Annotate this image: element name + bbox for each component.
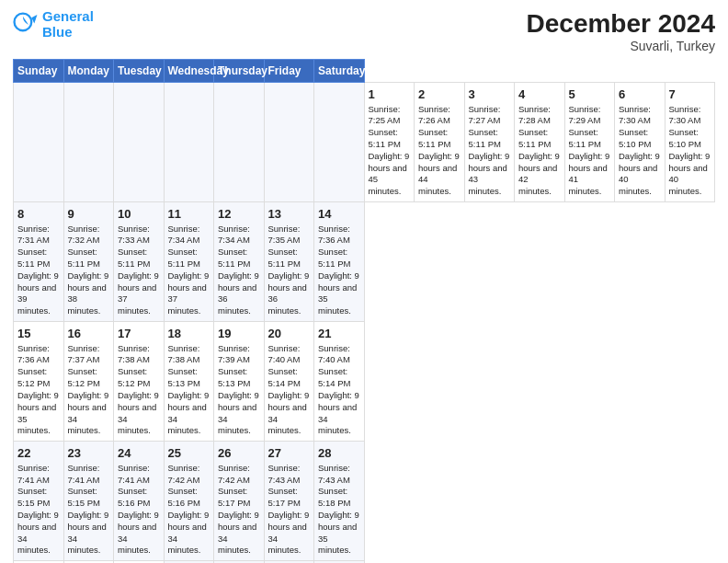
- day-number: 9: [68, 206, 110, 223]
- sunrise-text: Sunrise: 7:38 AM: [168, 343, 200, 365]
- calendar-cell: 13Sunrise: 7:35 AMSunset: 5:11 PMDayligh…: [264, 202, 314, 322]
- day-number: 25: [168, 445, 210, 462]
- sunset-text: Sunset: 5:11 PM: [369, 127, 401, 149]
- sunset-text: Sunset: 5:18 PM: [318, 486, 350, 508]
- day-number: 6: [619, 86, 661, 103]
- day-number: 14: [318, 206, 360, 223]
- calendar-cell: 9Sunrise: 7:32 AMSunset: 5:11 PMDaylight…: [63, 202, 114, 322]
- daylight-text: Daylight: 9 hours and 35 minutes.: [318, 270, 359, 316]
- calendar-week-1: 1Sunrise: 7:25 AMSunset: 5:11 PMDaylight…: [14, 83, 715, 202]
- calendar-cell: 26Sunrise: 7:42 AMSunset: 5:17 PMDayligh…: [214, 442, 265, 561]
- sunset-text: Sunset: 5:11 PM: [518, 127, 551, 149]
- daylight-text: Daylight: 9 hours and 37 minutes.: [118, 270, 159, 316]
- sunrise-text: Sunrise: 7:29 AM: [569, 104, 601, 126]
- sunset-text: Sunset: 5:11 PM: [469, 127, 501, 149]
- sunrise-text: Sunrise: 7:33 AM: [118, 224, 150, 246]
- sunrise-text: Sunrise: 7:28 AM: [518, 104, 551, 126]
- sunset-text: Sunset: 5:16 PM: [118, 486, 150, 508]
- calendar-cell: 5Sunrise: 7:29 AMSunset: 5:11 PMDaylight…: [564, 83, 615, 202]
- day-number: 11: [168, 206, 210, 223]
- day-number: 26: [218, 445, 260, 462]
- sunrise-text: Sunrise: 7:40 AM: [318, 343, 350, 365]
- sunrise-text: Sunrise: 7:36 AM: [318, 224, 350, 246]
- daylight-text: Daylight: 9 hours and 35 minutes.: [17, 390, 59, 435]
- sunrise-text: Sunrise: 7:42 AM: [218, 463, 250, 485]
- calendar-cell: [63, 83, 114, 202]
- sunrise-text: Sunrise: 7:32 AM: [68, 224, 100, 246]
- daylight-text: Daylight: 9 hours and 40 minutes.: [669, 151, 711, 196]
- logo-icon: [13, 12, 39, 38]
- calendar-cell: [14, 83, 64, 202]
- sunrise-text: Sunrise: 7:34 AM: [218, 224, 250, 246]
- sunset-text: Sunset: 5:11 PM: [17, 247, 50, 269]
- daylight-text: Daylight: 9 hours and 35 minutes.: [318, 510, 359, 555]
- main-title: December 2024: [527, 9, 715, 39]
- sunset-text: Sunset: 5:11 PM: [118, 247, 150, 269]
- calendar-cell: [114, 83, 165, 202]
- sunset-text: Sunset: 5:17 PM: [268, 486, 301, 508]
- page-container: General Blue December 2024 Suvarli, Turk…: [0, 0, 728, 563]
- sunset-text: Sunset: 5:14 PM: [268, 366, 301, 388]
- sunrise-text: Sunrise: 7:26 AM: [418, 104, 450, 126]
- day-number: 18: [168, 326, 210, 342]
- day-number: 10: [118, 206, 160, 223]
- daylight-text: Daylight: 9 hours and 34 minutes.: [168, 390, 210, 435]
- sunrise-text: Sunrise: 7:31 AM: [17, 224, 50, 246]
- sunrise-text: Sunrise: 7:39 AM: [218, 343, 250, 365]
- calendar-cell: 14Sunrise: 7:36 AMSunset: 5:11 PMDayligh…: [314, 202, 365, 322]
- calendar-table: Sunday Monday Tuesday Wednesday Thursday…: [13, 59, 715, 563]
- calendar-cell: 12Sunrise: 7:34 AMSunset: 5:11 PMDayligh…: [214, 202, 265, 322]
- sunset-text: Sunset: 5:16 PM: [168, 486, 200, 508]
- daylight-text: Daylight: 9 hours and 34 minutes.: [218, 510, 259, 555]
- daylight-text: Daylight: 9 hours and 38 minutes.: [68, 270, 109, 316]
- sunrise-text: Sunrise: 7:36 AM: [17, 343, 50, 365]
- title-block: December 2024 Suvarli, Turkey: [527, 9, 715, 53]
- sunset-text: Sunset: 5:13 PM: [218, 366, 250, 388]
- sunset-text: Sunset: 5:12 PM: [68, 366, 100, 388]
- sunset-text: Sunset: 5:17 PM: [218, 486, 250, 508]
- sunrise-text: Sunrise: 7:30 AM: [669, 104, 701, 126]
- sunrise-text: Sunrise: 7:34 AM: [168, 224, 200, 246]
- calendar-cell: 17Sunrise: 7:38 AMSunset: 5:12 PMDayligh…: [114, 322, 165, 442]
- daylight-text: Daylight: 9 hours and 34 minutes.: [17, 510, 59, 555]
- day-number: 17: [118, 326, 160, 342]
- daylight-text: Daylight: 9 hours and 34 minutes.: [268, 510, 310, 555]
- col-wednesday: Wednesday: [164, 60, 214, 83]
- sunset-text: Sunset: 5:15 PM: [68, 486, 100, 508]
- sunrise-text: Sunrise: 7:37 AM: [68, 343, 100, 365]
- day-number: 22: [17, 445, 60, 462]
- daylight-text: Daylight: 9 hours and 34 minutes.: [218, 390, 259, 435]
- day-number: 16: [68, 326, 110, 342]
- sunset-text: Sunset: 5:13 PM: [168, 366, 200, 388]
- sunset-text: Sunset: 5:11 PM: [268, 247, 301, 269]
- day-number: 27: [268, 445, 311, 462]
- sunrise-text: Sunrise: 7:27 AM: [469, 104, 501, 126]
- calendar-cell: 4Sunrise: 7:28 AMSunset: 5:11 PMDaylight…: [515, 83, 565, 202]
- calendar-cell: 23Sunrise: 7:41 AMSunset: 5:15 PMDayligh…: [63, 442, 114, 561]
- sunrise-text: Sunrise: 7:25 AM: [369, 104, 401, 126]
- daylight-text: Daylight: 9 hours and 45 minutes.: [369, 151, 410, 196]
- sunset-text: Sunset: 5:14 PM: [318, 366, 350, 388]
- sunrise-text: Sunrise: 7:41 AM: [118, 463, 150, 485]
- sunset-text: Sunset: 5:11 PM: [318, 247, 350, 269]
- sunrise-text: Sunrise: 7:43 AM: [318, 463, 350, 485]
- calendar-cell: [264, 83, 314, 202]
- sunset-text: Sunset: 5:11 PM: [68, 247, 100, 269]
- col-saturday: Saturday: [314, 60, 365, 83]
- col-tuesday: Tuesday: [114, 60, 165, 83]
- day-number: 23: [68, 445, 110, 462]
- day-number: 3: [469, 86, 511, 103]
- calendar-cell: 16Sunrise: 7:37 AMSunset: 5:12 PMDayligh…: [63, 322, 114, 442]
- day-number: 24: [118, 445, 160, 462]
- col-monday: Monday: [63, 60, 114, 83]
- day-number: 7: [669, 86, 711, 103]
- sunrise-text: Sunrise: 7:30 AM: [619, 104, 651, 126]
- calendar-cell: [214, 83, 265, 202]
- calendar-week-2: 8Sunrise: 7:31 AMSunset: 5:11 PMDaylight…: [14, 202, 715, 322]
- sunset-text: Sunset: 5:11 PM: [168, 247, 200, 269]
- calendar-week-3: 15Sunrise: 7:36 AMSunset: 5:12 PMDayligh…: [14, 322, 715, 442]
- sunset-text: Sunset: 5:10 PM: [669, 127, 701, 149]
- calendar-cell: [164, 83, 214, 202]
- logo: General Blue: [13, 9, 94, 40]
- day-number: 28: [318, 445, 360, 462]
